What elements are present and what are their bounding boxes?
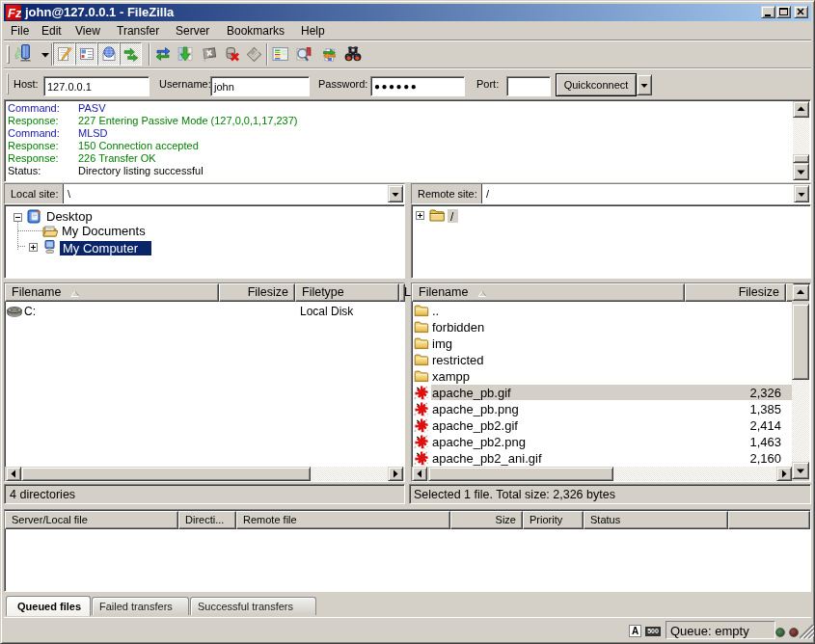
svg-text:Fz: Fz — [8, 6, 21, 20]
